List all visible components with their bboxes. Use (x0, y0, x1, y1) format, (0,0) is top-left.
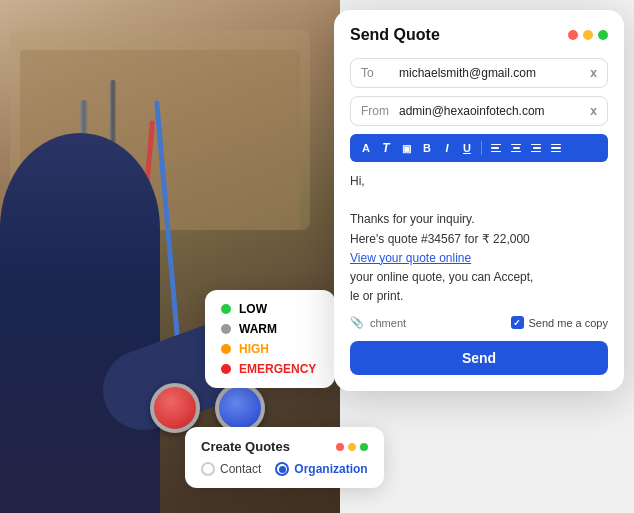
tl-red (336, 443, 344, 451)
send-quote-modal: Send Quote To michaelsmith@gmail.com x F… (334, 10, 624, 391)
from-value: admin@hexaoinfotech.com (399, 104, 590, 118)
attachment-section: chment (350, 316, 406, 329)
text-style-btn[interactable]: T (378, 139, 394, 157)
card-traffic-lights (336, 443, 368, 451)
priority-emergency: EMERGENCY (221, 362, 319, 376)
modal-tl-yellow (583, 30, 593, 40)
high-dot (221, 344, 231, 354)
priority-warm: WARM (221, 322, 319, 336)
to-clear-button[interactable]: x (590, 66, 597, 80)
modal-footer: chment ✓ Send me a copy (350, 316, 608, 329)
priority-card: LOW WARM HIGH EMERGENCY (205, 290, 335, 388)
modal-header: Send Quote (350, 26, 608, 44)
modal-tl-red (568, 30, 578, 40)
align-center-btn[interactable] (508, 142, 524, 155)
to-field[interactable]: To michaelsmith@gmail.com x (350, 58, 608, 88)
modal-traffic-lights (568, 30, 608, 40)
to-label: To (361, 66, 391, 80)
organization-radio-label: Organization (294, 462, 367, 476)
body-continuation: your online quote, you can Accept, (350, 268, 608, 287)
font-size-btn[interactable]: A (358, 140, 374, 156)
body-continuation2: le or print. (350, 287, 608, 306)
body-line4: Here's quote #34567 for ₹ 22,000 (350, 230, 608, 249)
editor-toolbar: A T ▣ B I U (350, 134, 608, 162)
from-field[interactable]: From admin@hexaoinfotech.com x (350, 96, 608, 126)
from-clear-button[interactable]: x (590, 104, 597, 118)
italic-btn[interactable]: I (439, 140, 455, 156)
tl-green (360, 443, 368, 451)
modal-title: Send Quote (350, 26, 440, 44)
align-justify-btn[interactable] (548, 142, 564, 155)
low-dot (221, 304, 231, 314)
warm-label: WARM (239, 322, 277, 336)
contact-radio-circle[interactable] (201, 462, 215, 476)
create-quotes-title: Create Quotes (201, 439, 290, 454)
send-copy-checkbox[interactable]: ✓ (511, 316, 524, 329)
toolbar-separator (481, 141, 482, 155)
create-quotes-card: Create Quotes Contact Organization (185, 427, 384, 488)
send-button[interactable]: Send (350, 341, 608, 375)
warm-dot (221, 324, 231, 334)
paperclip-icon (350, 316, 364, 329)
body-line1: Hi, (350, 172, 608, 191)
to-value: michaelsmith@gmail.com (399, 66, 590, 80)
send-copy-section[interactable]: ✓ Send me a copy (511, 316, 609, 329)
radio-organization[interactable]: Organization (275, 462, 367, 476)
body-link[interactable]: View your quote online (350, 249, 608, 268)
underline-btn[interactable]: U (459, 140, 475, 156)
tl-yellow (348, 443, 356, 451)
bold-btn[interactable]: B (419, 140, 435, 156)
low-label: LOW (239, 302, 267, 316)
align-left-btn[interactable] (488, 142, 504, 155)
from-label: From (361, 104, 391, 118)
attachment-label: chment (370, 317, 406, 329)
email-body[interactable]: Hi, Thanks for your inquiry. Here's quot… (350, 172, 608, 306)
contact-radio-label: Contact (220, 462, 261, 476)
priority-high: HIGH (221, 342, 319, 356)
align-right-btn[interactable] (528, 142, 544, 155)
emergency-dot (221, 364, 231, 374)
modal-tl-green (598, 30, 608, 40)
body-line3: Thanks for your inquiry. (350, 210, 608, 229)
high-label: HIGH (239, 342, 269, 356)
view-quote-link[interactable]: View your quote online (350, 251, 471, 265)
image-btn[interactable]: ▣ (398, 141, 415, 156)
emergency-label: EMERGENCY (239, 362, 316, 376)
organization-radio-circle[interactable] (275, 462, 289, 476)
priority-low: LOW (221, 302, 319, 316)
radio-contact[interactable]: Contact (201, 462, 261, 476)
send-copy-label: Send me a copy (529, 317, 609, 329)
create-quotes-header: Create Quotes (201, 439, 368, 454)
radio-group: Contact Organization (201, 462, 368, 476)
